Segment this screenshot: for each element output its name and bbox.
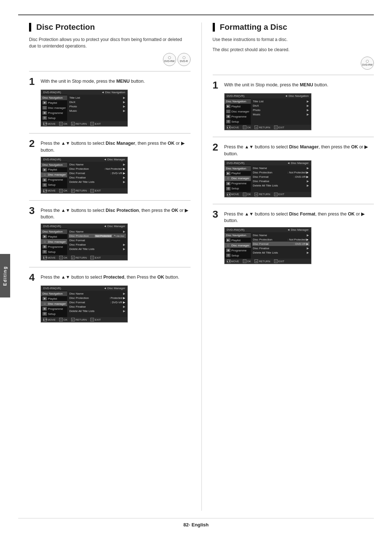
rscreen1-photo: Photo▶ bbox=[252, 108, 310, 112]
formatting-desc-2: The disc protect should also be cleared. bbox=[213, 46, 374, 53]
screen2-disc-format: Disc Format: DVD-VR ▶ bbox=[69, 171, 126, 176]
screen2-disc-finalise: Disc Finalise▶ bbox=[69, 176, 126, 180]
left-step-3-number: 3 bbox=[29, 206, 37, 216]
rscreen1-footer: ▲▼ MOVE □ OK ↩ RETURN □ EXIT bbox=[225, 125, 311, 130]
screen3-left-manager: □ Disc manager bbox=[41, 239, 67, 244]
left-step-3: 3 Press the ▲▼ buttons to select Disc Pr… bbox=[29, 206, 191, 261]
left-step-1-text: With the unit in Stop mode, press the ME… bbox=[41, 77, 145, 85]
screen2-disc-name: Disc Name▶ bbox=[69, 163, 126, 167]
rscreen2-right: Disc Name▶ Disc Protection: Not Protecte… bbox=[251, 165, 311, 192]
disc-icons-left: DVD-RW DVD-R bbox=[29, 53, 191, 66]
rscreen2-disc-nav: Disc Navigation bbox=[225, 166, 251, 171]
rscreen3-disc-protection: Disc Protection: Not Protected ▶ bbox=[252, 237, 310, 242]
screen1-left-setup: ⚙ Setup bbox=[41, 115, 67, 120]
divider-left-3 bbox=[29, 200, 191, 201]
screen1-header: DVD-RW(VR) ◄ Disc Navigation bbox=[41, 90, 127, 95]
left-step-2-number: 2 bbox=[29, 139, 37, 149]
rscreen1-header: DVD-RW(VR) ◄ Disc Navigation bbox=[225, 94, 311, 98]
screen3-left: Disc Navigation ▶ Playlist □ Disc manage… bbox=[41, 229, 67, 255]
screen3-disc-name: Disc Name▶ bbox=[69, 229, 126, 234]
right-step-1: 1 With the unit in Stop mode, press the … bbox=[213, 80, 374, 130]
rscreen2-left: Disc Navigation ▶ Playlist □ Disc manage… bbox=[225, 165, 251, 192]
screen4-left-setup: ⚙ Setup bbox=[41, 311, 67, 316]
rscreen3-disc-finalise: Disc Finalise▶ bbox=[252, 246, 310, 250]
left-step-3-header: 3 Press the ▲▼ buttons to select Disc Pr… bbox=[29, 206, 191, 221]
screen1-footer: ▲▼ MOVE □ OK ↩ RETURN □ EXIT bbox=[41, 121, 127, 126]
disc-protection-desc: Disc Protection allows you to protect yo… bbox=[29, 36, 191, 49]
rscreen3-header: DVD-RW(VR) ◄ Disc Manager bbox=[225, 227, 311, 232]
screen4-disc-name: Disc Name▶ bbox=[69, 291, 126, 296]
screen2-body: Disc Navigation ▶ Playlist □ Disc manage… bbox=[41, 162, 127, 188]
right-step-1-text: With the unit in Stop mode, press the ME… bbox=[224, 80, 328, 89]
rscreen3-disc-name: Disc Name▶ bbox=[252, 233, 310, 237]
rscreen3-right: Disc Name▶ Disc Protection: Not Protecte… bbox=[251, 232, 311, 259]
right-step-1-header: 1 With the unit in Stop mode, press the … bbox=[213, 80, 374, 90]
left-step-2-text: Press the ▲▼ buttons to select Disc Mana… bbox=[41, 139, 191, 154]
dvd-rw-icon-right: DVD-RW bbox=[361, 57, 374, 70]
right-step-3: 3 Press the ▲▼ buttons to select Disc Fo… bbox=[213, 209, 374, 264]
left-step-1-screen: DVD-RW(VR) ◄ Disc Navigation Disc Naviga… bbox=[41, 90, 128, 127]
rscreen1-body: Disc Navigation ▶ Playlist □ Disc manage… bbox=[225, 98, 311, 125]
left-step-4: 4 Press the ▲▼ button to select Protecte… bbox=[29, 272, 191, 323]
left-step-4-text: Press the ▲▼ button to select Protected,… bbox=[41, 272, 179, 281]
screen4-left-manager: □ Disc manager bbox=[41, 301, 67, 306]
screen4-left: Disc Navigation ▶ Playlist □ Disc manage… bbox=[41, 291, 67, 317]
top-divider bbox=[18, 15, 374, 15]
right-step-2-text: Press the ▲▼ buttons to select Disc Mana… bbox=[224, 142, 374, 157]
screen4-left-programme: ◉ Programme bbox=[41, 306, 67, 311]
screen1-left-manager: □ Disc manager bbox=[41, 105, 67, 110]
screen3-disc-format: Disc Format bbox=[69, 238, 126, 242]
screen3-body: Disc Navigation ▶ Playlist □ Disc manage… bbox=[41, 229, 127, 255]
manager-icon: □ bbox=[42, 106, 47, 110]
right-step-1-number: 1 bbox=[213, 80, 221, 90]
right-step-3-screen: DVD-RW(VR) ◄ Disc Manager Disc Navigatio… bbox=[224, 227, 311, 264]
screen2-delete-all: Delete All Title Lists▶ bbox=[69, 180, 126, 184]
sidebar-label: Editing bbox=[3, 266, 8, 286]
screen1-left-programme: ◉ Programme bbox=[41, 110, 67, 115]
rscreen1-right: Title List▶ DivX▶ Photo▶ Music▶ bbox=[251, 98, 311, 125]
right-step-1-screen: DVD-RW(VR) ◄ Disc Navigation Disc Naviga… bbox=[224, 93, 311, 130]
rscreen3-playlist: ▶ Playlist bbox=[225, 238, 251, 243]
rscreen2-playlist: ▶ Playlist bbox=[225, 171, 251, 176]
screen4-disc-protection: Disc Protection: Protected ▶ bbox=[69, 296, 126, 300]
screen1-right: Title List▶ DivX▶ Photo▶ Music▶ bbox=[67, 95, 127, 121]
rscreen3-body: Disc Navigation ▶ Playlist □ Disc manage… bbox=[225, 232, 311, 259]
divider-left-4 bbox=[29, 267, 191, 267]
screen2-footer: ▲▼ MOVE □ OK ↩ RETURN □ EXIT bbox=[41, 188, 127, 193]
left-step-1-header: 1 With the unit in Stop mode, press the … bbox=[29, 77, 191, 87]
screen2-left-setup: ⚙ Setup bbox=[41, 182, 67, 188]
right-step-2-screen: DVD-RW(VR) ◄ Disc Manager Disc Navigatio… bbox=[224, 160, 311, 197]
rscreen2-programme: ◉ Programme bbox=[225, 181, 251, 186]
dvd-rw-icon: DVD-RW bbox=[163, 53, 176, 66]
rscreen2-disc-finalise: Disc Finalise▶ bbox=[252, 179, 310, 184]
screen3-disc-protection: Disc Protection Not Protected Protected bbox=[69, 234, 126, 238]
rscreen1-disc-nav: Disc Navigation bbox=[225, 99, 251, 104]
screen1-title-list: Title List▶ bbox=[69, 95, 126, 100]
page-number: 82- English bbox=[18, 518, 374, 527]
right-step-2-header: 2 Press the ▲▼ buttons to select Disc Ma… bbox=[213, 142, 374, 157]
right-step-3-text: Press the ▲▼ buttons to select Disc Form… bbox=[224, 209, 374, 225]
screen4-body: Disc Navigation ▶ Playlist □ Disc manage… bbox=[41, 291, 127, 317]
right-step-3-header: 3 Press the ▲▼ buttons to select Disc Fo… bbox=[213, 209, 374, 225]
left-step-2: 2 Press the ▲▼ buttons to select Disc Ma… bbox=[29, 139, 191, 194]
screen4-right: Disc Name▶ Disc Protection: Protected ▶ … bbox=[67, 291, 127, 317]
screen1-left-disc-nav: Disc Navigation bbox=[41, 95, 67, 100]
left-step-3-text: Press the ▲▼ buttons to select Disc Prot… bbox=[41, 206, 191, 221]
divider-left-1 bbox=[29, 71, 191, 71]
screen1-left: Disc Navigation ▶ Playlist □ Disc manage… bbox=[41, 95, 67, 121]
rscreen1-divx: DivX▶ bbox=[252, 103, 310, 108]
rscreen3-manager: □ Disc manager bbox=[225, 243, 251, 248]
left-step-4-screen: DVD-RW(VR) ◄ Disc Manager Disc Navigatio… bbox=[41, 286, 128, 323]
screen3-footer: ▲▼ MOVE □ OK ↩ RETURN □ EXIT bbox=[41, 255, 127, 260]
screen4-disc-format: Disc Format: DVD-VR ▶ bbox=[69, 300, 126, 304]
divider-right-3 bbox=[213, 204, 374, 204]
programme-icon: ◉ bbox=[42, 111, 47, 115]
setup-icon: ⚙ bbox=[42, 116, 47, 120]
screen2-left-disc-nav: Disc Navigation bbox=[41, 163, 67, 167]
screen2-right: Disc Name▶ Disc Protection: Not Protecte… bbox=[67, 162, 127, 188]
main-content: Disc Protection Disc Protection allows y… bbox=[29, 22, 374, 511]
screen3-left-setup: ⚙ Setup bbox=[41, 249, 67, 254]
screen1-divx: DivX▶ bbox=[69, 100, 126, 104]
rscreen1-programme: ◉ Programme bbox=[225, 114, 251, 119]
rscreen1-title-list: Title List▶ bbox=[252, 99, 310, 103]
